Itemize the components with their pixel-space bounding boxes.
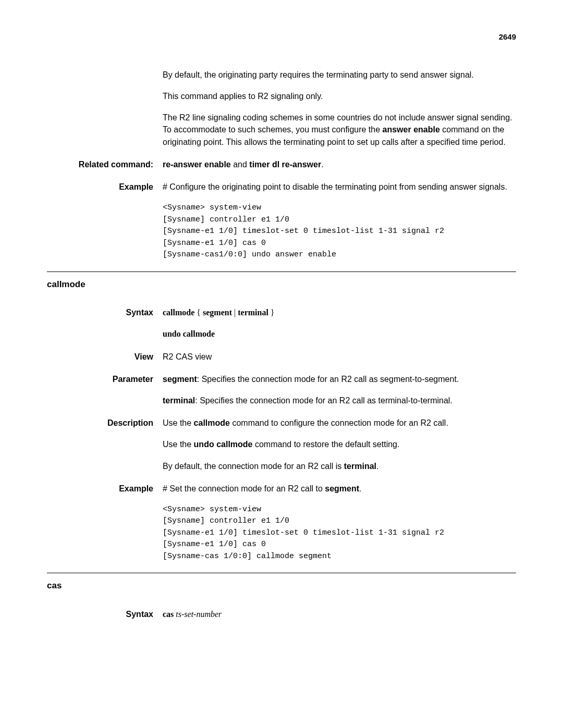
syntax3-label: Syntax <box>47 608 163 620</box>
example2-content: # Set the connection mode for an R2 call… <box>163 483 516 563</box>
example2-desc: # Set the connection mode for an R2 call… <box>163 483 516 495</box>
param2-p1-text: : Specifies the connection mode for an R… <box>197 375 459 384</box>
related-cmd-bold1: re-answer enable <box>163 160 231 169</box>
intro-p3-bold: answer enable <box>383 125 440 134</box>
example2-label: Example <box>47 483 163 563</box>
example1-desc: # Configure the originating point to dis… <box>163 181 516 193</box>
syntax3-content: cas ts-set-number <box>163 608 516 620</box>
example2-row: Example # Set the connection mode for an… <box>47 483 516 563</box>
syntax2-label: Syntax <box>47 306 163 340</box>
desc2-p1-part1: Use the <box>163 418 194 427</box>
example1-row: Example # Configure the originating poin… <box>47 181 516 261</box>
param2-p2: terminal: Specifies the connection mode … <box>163 394 516 406</box>
parameter2-row: Parameter segment: Specifies the connect… <box>47 373 516 406</box>
param2-p1-bold: segment <box>163 375 197 384</box>
callmode-heading: callmode <box>47 278 516 291</box>
related-cmd-end: . <box>321 160 323 169</box>
related-command-content: re-answer enable and timer dl re-answer. <box>163 158 516 170</box>
desc2-p2: Use the undo callmode command to restore… <box>163 438 516 450</box>
view2-text: R2 CAS view <box>163 351 516 363</box>
desc2-p3: By default, the connection mode for an R… <box>163 460 516 472</box>
desc2-p1-bold: callmode <box>194 418 230 427</box>
syntax2-line1: callmode { segment | terminal } <box>163 306 516 318</box>
cas-heading: cas <box>47 579 516 593</box>
intro-p2: This command applies to R2 signaling onl… <box>163 90 516 102</box>
related-command-label: Related command: <box>47 158 163 170</box>
parameter2-content: segment: Specifies the connection mode f… <box>163 373 516 406</box>
syntax2-content: callmode { segment | terminal } undo cal… <box>163 306 516 340</box>
view2-row: View R2 CAS view <box>47 351 516 363</box>
section-divider-1 <box>47 272 516 272</box>
intro-p3: The R2 line signaling coding schemes in … <box>163 112 516 148</box>
syntax3-bold: cas <box>163 610 174 619</box>
intro-block: By default, the originating party requir… <box>47 69 516 148</box>
related-cmd-mid: and <box>231 160 250 169</box>
syntax2-b2: segment <box>203 308 232 317</box>
desc2-p1: Use the callmode command to configure th… <box>163 417 516 429</box>
param2-p2-bold: terminal <box>163 396 195 405</box>
syntax3-italic: ts-set-number <box>174 610 222 619</box>
syntax2-b1: callmode <box>163 308 194 317</box>
syntax3-line: cas ts-set-number <box>163 608 516 620</box>
param2-p1: segment: Specifies the connection mode f… <box>163 373 516 385</box>
desc2-p1-part2: command to configure the connection mode… <box>230 418 448 427</box>
ex2-desc-bold: segment <box>325 484 359 493</box>
desc2-p2-bold: undo callmode <box>194 440 253 449</box>
syntax2-row: Syntax callmode { segment | terminal } u… <box>47 306 516 340</box>
parameter2-label: Parameter <box>47 373 163 406</box>
ex2-desc-part1: # Set the connection mode for an R2 call… <box>163 484 325 493</box>
param2-p2-text: : Specifies the connection mode for an R… <box>195 396 452 405</box>
desc2-p3-part1: By default, the connection mode for an R… <box>163 462 344 471</box>
desc2-p3-bold: terminal <box>344 462 376 471</box>
desc2-p3-end: . <box>376 462 378 471</box>
desc2-p2-part1: Use the <box>163 440 194 449</box>
ex2-desc-end: . <box>359 484 361 493</box>
related-command-text: re-answer enable and timer dl re-answer. <box>163 158 516 170</box>
related-cmd-bold2: timer dl re-answer <box>249 160 321 169</box>
example1-code: <Sysname> system-view [Sysname] controll… <box>163 202 516 261</box>
view2-content: R2 CAS view <box>163 351 516 363</box>
desc2-p2-part2: command to restore the default setting. <box>253 440 400 449</box>
syntax2-m2: | <box>232 308 238 317</box>
section-divider-2 <box>47 573 516 573</box>
example1-label: Example <box>47 181 163 261</box>
related-command-row: Related command: re-answer enable and ti… <box>47 158 516 170</box>
intro-p1: By default, the originating party requir… <box>163 69 516 81</box>
syntax2-m1: { <box>194 308 203 317</box>
intro-content: By default, the originating party requir… <box>163 69 516 148</box>
view2-label: View <box>47 351 163 363</box>
syntax2-end: } <box>268 308 275 317</box>
empty-label <box>47 69 163 148</box>
syntax3-row: Syntax cas ts-set-number <box>47 608 516 620</box>
syntax2-line2: undo callmode <box>163 328 516 340</box>
example2-code: <Sysname> system-view [Sysname] controll… <box>163 504 516 563</box>
syntax2-b3: terminal <box>238 308 268 317</box>
description2-label: Description <box>47 417 163 472</box>
description2-content: Use the callmode command to configure th… <box>163 417 516 472</box>
page-number: 2649 <box>47 31 516 43</box>
example1-content: # Configure the originating point to dis… <box>163 181 516 261</box>
description2-row: Description Use the callmode command to … <box>47 417 516 472</box>
